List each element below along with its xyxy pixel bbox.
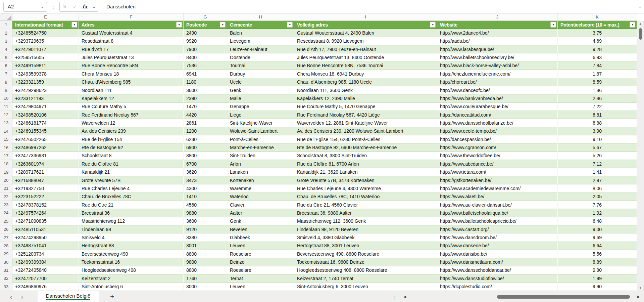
header-cell-postcode[interactable]: Postcode ▼ [184,21,227,29]
cell-website[interactable]: http://www.dansibo.be/ [437,250,558,258]
cell-adres[interactable]: Kanaaldijk 21 [79,168,184,176]
row-number[interactable]: 5 [0,53,12,61]
cell-internationaal-formaat[interactable]: +32498520106 [12,111,79,119]
chevron-down-icon[interactable]: ⌄ [90,5,98,9]
cell-adres[interactable]: Kapelakkers 12 [79,94,184,102]
cell-internationaal-formaat[interactable]: +32486181774 [12,119,79,127]
cell-volledig-adres[interactable]: Rue du Cloître 81, 6700 Arlon [294,160,437,168]
column-header-i[interactable]: I [294,13,437,20]
row-number[interactable]: 11 [0,103,12,111]
cell-gemeente[interactable]: Uccle [227,78,294,86]
cell-gemeente[interactable]: Roeselare [227,266,294,274]
row-number[interactable]: 15 [0,135,12,143]
cell-gemeente[interactable]: Sint-Truiden [227,152,294,160]
vertical-scrollbar[interactable]: ▲ ▼ [637,21,644,291]
select-all-corner[interactable] [0,13,12,20]
row-number[interactable]: 9 [0,86,12,94]
header-cell-internationaal-formaat[interactable]: Internationaal formaat ▼ [12,21,79,29]
row-number[interactable]: 25 [0,217,12,225]
cell-internationaal-formaat[interactable]: +32476502265 [12,135,79,143]
cell-gemeente[interactable]: Glabbeek [227,233,294,242]
cell-gemeente[interactable]: Tournai [227,62,294,70]
cell-postcode[interactable]: 7900 [184,45,227,53]
column-header-h[interactable]: H [227,13,294,20]
cell-volledig-adres[interactable]: Toekomststraat 16, 9800 Deinze [294,258,437,266]
cell-adres[interactable]: Grote Vreunte 57B [79,176,184,184]
cancel-icon[interactable]: ✕ [60,4,70,9]
cell-postcode[interactable]: 6900 [184,143,227,152]
cell-gemeente[interactable]: Genk [227,86,294,94]
cell-website[interactable]: https://www.dansdroom.be/ [437,233,558,242]
cell-potentieelscore[interactable]: 9,69 [558,233,637,242]
kebab-icon[interactable]: ⋮ [392,294,397,300]
row-number[interactable]: 30 [0,258,12,266]
cell-gemeente[interactable]: Leuze-en-Hainaut [227,45,294,53]
cell-website[interactable]: https://www.cgranson.com/ [437,143,558,152]
sheet-nav-left-icon[interactable]: ‹ [10,294,12,300]
cell-adres[interactable]: Schoolstraat 8 [79,152,184,160]
cell-potentieelscore[interactable]: 1,99 [558,274,637,283]
cell-potentieelscore[interactable]: 3,75 [558,29,637,37]
cell-website[interactable]: https://www.balletschoolcapriccio.be/ [437,217,558,225]
cell-postcode[interactable]: 2861 [184,119,227,127]
cell-potentieelscore[interactable]: 6,81 [558,111,637,119]
cell-potentieelscore[interactable]: 9,28 [558,45,637,53]
cell-website[interactable]: http://dancespassion.be/ [437,135,558,143]
cell-adres[interactable]: Chau. de Bruxelles 78C [79,193,184,201]
cell-volledig-adres[interactable]: Lindenlaan 98, 9120 Beveren [294,225,437,233]
cell-website[interactable]: http://www.ecole-tempo.be/ [437,127,558,135]
cell-internationaal-formaat[interactable]: +32472077700 [12,274,79,283]
cell-internationaal-formaat[interactable]: +32485110531 [12,225,79,233]
cell-internationaal-formaat[interactable]: +3289717621 [12,168,79,176]
cell-potentieelscore[interactable]: 2,86 [558,94,637,102]
cell-adres[interactable]: Breestraat 36 [79,209,184,217]
cell-website[interactable]: http://aads.be/ [437,37,558,45]
cell-gemeente[interactable]: Woluwe-Saint-Lambert [227,127,294,135]
cell-gemeente[interactable]: Leuven [227,242,294,250]
row-number[interactable]: 2 [0,29,12,37]
cell-adres[interactable]: Rue Charles Lejeune 4 [79,184,184,192]
cell-internationaal-formaat[interactable]: +3223152222 [12,193,79,201]
row-number[interactable]: 26 [0,225,12,233]
cell-potentieelscore[interactable]: 5,26 [558,152,637,160]
cell-internationaal-formaat[interactable]: +32479804971 [12,103,79,111]
cell-website[interactable]: http://www.danserie.be/ [437,242,558,250]
row-number[interactable]: 18 [0,160,12,168]
cell-volledig-adres[interactable]: Rue de l’Eglise 154, 6230 Pont-à-Celles [294,135,437,143]
formula-bar-expand-icon[interactable]: ⌄ [638,4,642,8]
cell-internationaal-formaat[interactable]: +3293729635 [12,37,79,45]
cell-postcode[interactable]: 3380 [184,233,227,242]
cell-potentieelscore[interactable]: 7,76 [558,201,637,209]
cell-postcode[interactable]: 1740 [184,274,227,283]
cell-website[interactable]: https://www.dansstudioflow.be/ [437,274,558,283]
cell-potentieelscore[interactable]: 1,86 [558,86,637,94]
cell-potentieelscore[interactable]: 1,87 [558,70,637,78]
cell-postcode[interactable]: 9120 [184,225,227,233]
cell-gemeente[interactable]: Genk [227,217,294,225]
sheet-tab-dansscholen-belgie[interactable]: Dansscholen België [38,291,99,302]
cell-potentieelscore[interactable]: 8,06 [558,184,637,192]
cell-adres[interactable]: Sint-Antoniusberg 6 [79,283,184,291]
cell-potentieelscore[interactable]: 6,48 [558,217,637,225]
cell-volledig-adres[interactable]: Chau. d’Alsemberg 985, 1180 Uccle [294,78,437,86]
row-number[interactable]: 1 [0,21,12,29]
cell-potentieelscore[interactable]: 8,89 [558,258,637,266]
row-number[interactable]: 10 [0,94,12,102]
cell-volledig-adres[interactable]: Hertogstraat 88, 3001 Leuven [294,242,437,250]
cell-postcode[interactable]: 2490 [184,29,227,37]
cell-internationaal-formaat[interactable]: +32472405840 [12,266,79,274]
scroll-left-icon[interactable]: ◀ [403,295,406,299]
cell-gemeente[interactable]: Liège [227,111,294,119]
horizontal-scrollbar-thumb[interactable] [497,295,630,299]
cell-potentieelscore[interactable]: 7,12 [558,160,637,168]
column-header-g[interactable]: G [184,13,227,20]
cell-adres[interactable]: Rue du Cloître 81 [79,160,184,168]
scroll-up-icon[interactable]: ▲ [639,22,642,26]
fx-icon[interactable]: fx [80,4,90,10]
cell-website[interactable]: https://www.au-clavier-dansant.be/ [437,201,558,209]
cell-postcode[interactable]: 1470 [184,103,227,111]
row-number[interactable]: 8 [0,78,12,86]
row-number[interactable]: 7 [0,70,12,78]
cell-volledig-adres[interactable]: Breestraat 36, 9880 Aalter [294,209,437,217]
cell-volledig-adres[interactable]: Jules Peurquaetstraat 13, 8400 Oostende [294,53,437,61]
